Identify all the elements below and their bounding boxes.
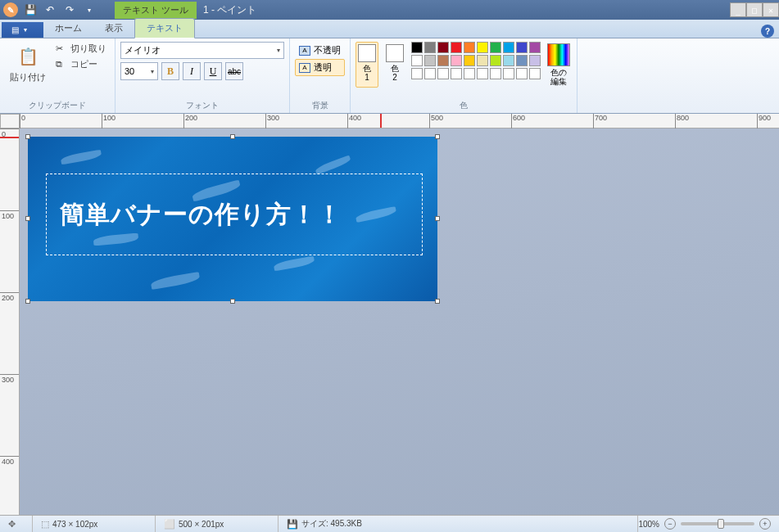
palette-swatch[interactable]	[516, 42, 528, 53]
palette-swatch[interactable]	[437, 42, 449, 53]
resize-handle[interactable]	[230, 299, 235, 304]
copy-button[interactable]: ⧉ コピー	[52, 57, 110, 71]
resize-handle[interactable]	[230, 134, 235, 139]
palette-swatch[interactable]	[464, 42, 475, 53]
help-button[interactable]: ?	[761, 25, 774, 38]
bold-button[interactable]: B	[161, 62, 179, 80]
palette-swatch[interactable]	[451, 55, 462, 66]
qat-dropdown-icon[interactable]: ▾	[80, 2, 98, 18]
cursor-pos-icon: ✥	[8, 519, 16, 530]
color1-button[interactable]: 色 1	[356, 42, 378, 88]
status-canvas-size: ⬜ 500 × 201px	[156, 516, 279, 532]
palette-swatch[interactable]	[490, 68, 501, 79]
resize-handle[interactable]	[435, 134, 440, 139]
file-menu-button[interactable]: ▤	[2, 22, 43, 38]
status-cursor: ✥	[0, 516, 33, 532]
opaque-option[interactable]: A 不透明	[295, 42, 345, 59]
tab-home[interactable]: ホーム	[43, 19, 93, 38]
palette-swatch[interactable]	[451, 68, 462, 79]
group-font: メイリオ 30 B I U abc フォント	[115, 38, 290, 113]
app-icon[interactable]: ✎	[3, 2, 18, 17]
resize-handle[interactable]	[25, 299, 30, 304]
canvas-text-content: 簡単バナーの作り方！！	[60, 198, 342, 232]
zoom-slider-thumb[interactable]	[718, 519, 724, 529]
opaque-icon: A	[299, 46, 310, 56]
palette-swatch[interactable]	[490, 55, 501, 66]
palette-swatch[interactable]	[424, 55, 436, 66]
palette-swatch[interactable]	[437, 55, 449, 66]
palette-swatch[interactable]	[451, 42, 462, 53]
tab-text[interactable]: テキスト	[134, 18, 195, 38]
resize-handle[interactable]	[25, 216, 30, 221]
tab-view[interactable]: 表示	[93, 19, 134, 38]
group-label-colors: 色	[356, 98, 572, 111]
color2-swatch	[386, 44, 404, 62]
palette-swatch[interactable]	[464, 68, 475, 79]
palette-swatch[interactable]	[411, 68, 423, 79]
resize-handle[interactable]	[435, 216, 440, 221]
palette-swatch[interactable]	[529, 42, 541, 53]
palette-swatch[interactable]	[437, 68, 449, 79]
color2-button[interactable]: 色 2	[383, 42, 406, 88]
status-bar: ✥ ⬚ 473 × 102px ⬜ 500 × 201px 💾 サイズ: 495…	[0, 515, 779, 532]
minimize-button[interactable]: _	[730, 2, 746, 17]
canvas-area[interactable]: 簡単バナーの作り方！！	[20, 128, 779, 515]
paste-button[interactable]: 📋 貼り付け	[5, 42, 51, 85]
copy-icon: ⧉	[56, 59, 67, 70]
strikethrough-button[interactable]: abc	[225, 62, 243, 80]
file-menu-icon: ▤	[11, 25, 19, 34]
resize-handle[interactable]	[435, 299, 440, 304]
palette-swatch[interactable]	[516, 68, 528, 79]
underline-button[interactable]: U	[204, 62, 222, 80]
ruler-h-marker	[380, 114, 382, 128]
palette-swatch[interactable]	[424, 68, 436, 79]
palette-swatch[interactable]	[424, 42, 436, 53]
palette-swatch[interactable]	[411, 55, 423, 66]
palette-swatch[interactable]	[503, 42, 514, 53]
text-edit-box[interactable]: 簡単バナーの作り方！！	[46, 174, 423, 255]
palette-swatch[interactable]	[490, 42, 501, 53]
save-icon[interactable]: 💾	[21, 2, 39, 18]
palette-swatch[interactable]	[503, 68, 514, 79]
resize-handle[interactable]	[25, 134, 30, 139]
maximize-button[interactable]: □	[746, 2, 763, 17]
group-background: A 不透明 A 透明 背景	[290, 38, 351, 113]
palette-swatch[interactable]	[516, 55, 528, 66]
edit-colors-button[interactable]: 色の 編集	[546, 42, 572, 88]
close-button[interactable]: ✕	[763, 2, 779, 17]
palette-swatch[interactable]	[529, 68, 541, 79]
zoom-label: 100%	[638, 520, 659, 529]
transparent-icon: A	[299, 63, 310, 73]
group-label-clipboard: クリップボード	[5, 98, 110, 111]
ribbon-body: 📋 貼り付け ✂ 切り取り ⧉ コピー クリップボード メイリオ	[0, 38, 779, 114]
palette-swatch[interactable]	[529, 55, 541, 66]
undo-icon[interactable]: ↶	[41, 2, 59, 18]
transparent-option[interactable]: A 透明	[295, 59, 345, 76]
status-selection: ⬚ 473 × 102px	[33, 516, 156, 532]
color-palette	[411, 42, 541, 88]
palette-swatch[interactable]	[503, 55, 514, 66]
italic-button[interactable]: I	[183, 62, 201, 80]
font-size-combo[interactable]: 30	[120, 62, 158, 80]
group-clipboard: 📋 貼り付け ✂ 切り取り ⧉ コピー クリップボード	[0, 38, 115, 113]
quick-access-toolbar: 💾 ↶ ↷ ▾	[21, 2, 98, 18]
canvas-image[interactable]: 簡単バナーの作り方！！	[28, 137, 437, 301]
cut-button[interactable]: ✂ 切り取り	[52, 42, 110, 56]
titlebar: ✎ 💾 ↶ ↷ ▾ テキスト ツール 1 - ペイント _ □ ✕	[0, 0, 779, 20]
scissors-icon: ✂	[56, 43, 67, 55]
zoom-in-button[interactable]: +	[759, 518, 771, 530]
palette-swatch[interactable]	[477, 68, 488, 79]
palette-swatch[interactable]	[477, 42, 488, 53]
palette-swatch[interactable]	[411, 42, 423, 53]
zoom-slider[interactable]	[681, 522, 754, 525]
palette-swatch[interactable]	[477, 55, 488, 66]
zoom-out-button[interactable]: −	[664, 518, 676, 530]
palette-swatch[interactable]	[464, 55, 475, 66]
rainbow-icon	[547, 43, 570, 66]
ruler-corner	[0, 114, 20, 128]
redo-icon[interactable]: ↷	[61, 2, 79, 18]
font-name-combo[interactable]: メイリオ	[120, 42, 284, 59]
group-label-font: フォント	[120, 98, 284, 111]
canvas-size-icon: ⬜	[164, 519, 175, 530]
group-colors: 色 1 色 2 色の 編集 色	[351, 38, 577, 113]
